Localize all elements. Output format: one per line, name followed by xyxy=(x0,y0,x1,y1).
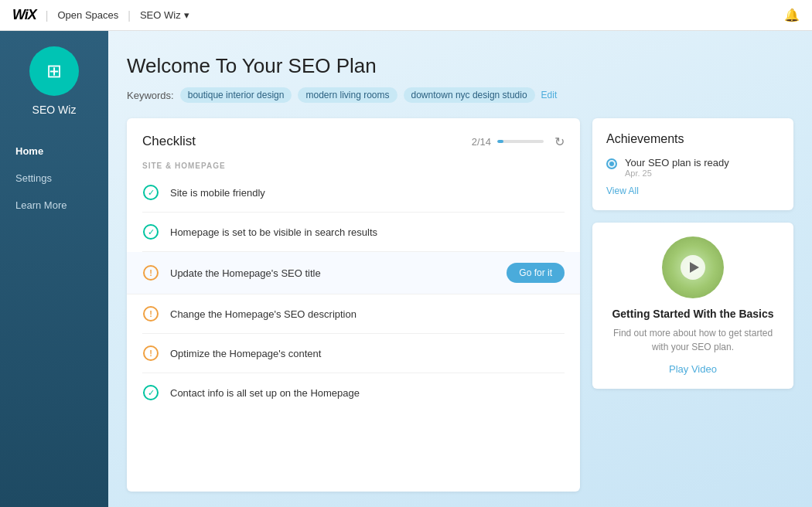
progress-bar-container xyxy=(497,140,544,143)
checklist-item-text-4: Change the Homepage's SEO description xyxy=(170,308,565,320)
checklist-section-label: SITE & HOMEPAGE xyxy=(142,162,565,170)
topbar-separator2: | xyxy=(128,9,131,22)
play-video-link[interactable]: Play Video xyxy=(669,363,717,375)
checklist-item-text-5: Optimize the Homepage's content xyxy=(170,348,565,359)
check-icon-1: ✓ xyxy=(142,184,159,201)
video-play-circle xyxy=(681,255,705,280)
sidebar-item-home[interactable]: Home xyxy=(0,138,108,165)
content-grid: Checklist 2/14 ↻ SITE & HOMEPAGE ✓ xyxy=(127,118,793,492)
achievement-date-1: Apr. 25 xyxy=(625,168,729,178)
checklist-item-text-6: Contact info is all set up on the Homepa… xyxy=(170,387,565,399)
sidebar-nav: Home Settings Learn More xyxy=(0,138,108,219)
video-thumbnail xyxy=(662,236,724,298)
checklist-title: Checklist xyxy=(142,134,472,149)
checklist-item-content: ! Optimize the Homepage's content xyxy=(142,334,565,373)
check-icon-3: ✓ xyxy=(142,384,159,401)
bell-icon[interactable]: 🔔 xyxy=(784,9,800,22)
keyword-tag-3: downtown nyc design studio xyxy=(404,87,535,103)
edit-keywords-link[interactable]: Edit xyxy=(541,90,558,100)
checklist-header: Checklist 2/14 ↻ xyxy=(142,134,565,149)
keywords-row: Keywords: boutique interior design moder… xyxy=(127,87,793,103)
video-card-title: Getting Started With the Basics xyxy=(612,308,773,320)
progress-fraction: 2/14 xyxy=(472,136,491,148)
check-icon-2: ✓ xyxy=(142,223,159,240)
achievement-info-1: Your SEO plan is ready Apr. 25 xyxy=(625,157,729,178)
checklist-item-visible-search: ✓ Homepage is set to be visible in searc… xyxy=(142,213,565,252)
play-triangle-icon xyxy=(690,262,699,273)
checklist-item-contact-info: ✓ Contact info is all set up on the Home… xyxy=(142,373,565,412)
page-title: Welcome To Your SEO Plan xyxy=(127,54,793,78)
main-layout: ⊞ SEO Wiz Home Settings Learn More Welco… xyxy=(0,31,812,507)
checklist-item-text-2: Homepage is set to be visible in search … xyxy=(170,226,565,238)
refresh-icon[interactable]: ↻ xyxy=(554,134,565,149)
keyword-tag-1: boutique interior design xyxy=(180,87,292,103)
topbar-right: 🔔 xyxy=(784,8,800,22)
topbar-separator1: | xyxy=(46,9,49,22)
checklist-item-text-1: Site is mobile friendly xyxy=(170,187,565,199)
right-sidebar: Achievements Your SEO plan is ready Apr.… xyxy=(592,118,793,492)
warning-icon-1: ! xyxy=(142,264,159,281)
seo-wiz-dropdown-arrow: ▾ xyxy=(184,9,189,21)
go-for-it-button[interactable]: Go for it xyxy=(507,263,565,283)
content-area: Welcome To Your SEO Plan Keywords: bouti… xyxy=(108,31,812,507)
video-card: Getting Started With the Basics Find out… xyxy=(592,223,793,389)
sidebar-logo-circle: ⊞ xyxy=(29,46,79,96)
checklist-card: Checklist 2/14 ↻ SITE & HOMEPAGE ✓ xyxy=(127,118,580,492)
wix-logo: WiX xyxy=(12,7,36,23)
content-header: Welcome To Your SEO Plan Keywords: bouti… xyxy=(127,54,793,103)
warning-icon-2: ! xyxy=(142,305,159,322)
checklist-progress-info: 2/14 ↻ xyxy=(472,134,565,149)
topbar: WiX | Open Spaces | SEO Wiz ▾ 🔔 xyxy=(0,0,812,31)
warning-icon-3: ! xyxy=(142,345,159,362)
achievements-title: Achievements xyxy=(606,132,780,146)
video-card-description: Find out more about how to get started w… xyxy=(606,326,780,354)
achievement-name-1: Your SEO plan is ready xyxy=(625,157,729,168)
checklist-item-mobile-friendly: ✓ Site is mobile friendly xyxy=(142,173,565,213)
sidebar: ⊞ SEO Wiz Home Settings Learn More xyxy=(0,31,108,507)
checklist-item-text-3: Update the Homepage's SEO title xyxy=(170,267,507,279)
view-all-link[interactable]: View All xyxy=(606,185,780,196)
seo-wiz-icon: ⊞ xyxy=(46,60,62,82)
achievements-card: Achievements Your SEO plan is ready Apr.… xyxy=(592,118,793,210)
sidebar-item-settings[interactable]: Settings xyxy=(0,165,108,192)
topbar-open-spaces[interactable]: Open Spaces xyxy=(57,9,118,21)
sidebar-item-learn-more[interactable]: Learn More xyxy=(0,192,108,219)
topbar-seo-wiz[interactable]: SEO Wiz ▾ xyxy=(140,9,189,21)
sidebar-app-name: SEO Wiz xyxy=(32,104,77,116)
checklist-item-seo-desc: ! Change the Homepage's SEO description xyxy=(142,294,565,334)
achievement-item-1: Your SEO plan is ready Apr. 25 xyxy=(606,157,780,178)
keywords-label: Keywords: xyxy=(127,90,174,101)
keyword-tag-2: modern living rooms xyxy=(298,87,397,103)
checklist-item-seo-title: ! Update the Homepage's SEO title Go for… xyxy=(127,252,580,294)
achievement-dot-1 xyxy=(606,158,617,169)
progress-bar-fill xyxy=(497,140,503,143)
